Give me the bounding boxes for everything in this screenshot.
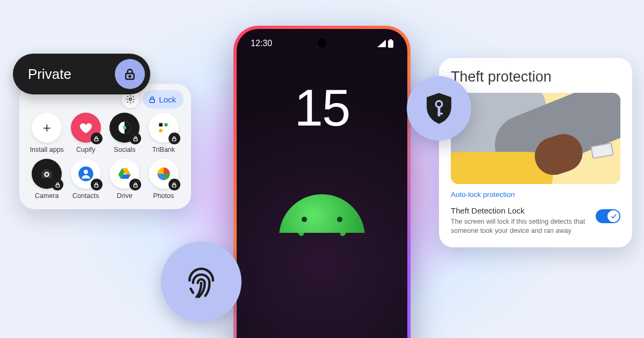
- status-bar: 12:30: [237, 39, 407, 48]
- phone-screen: 12:30 15: [237, 29, 407, 338]
- app-tribank[interactable]: TriBank: [146, 113, 182, 153]
- theft-detection-lock-row: Theft Detection Lock The screen will loc…: [451, 206, 620, 236]
- app-cupify[interactable]: Cupify: [68, 113, 104, 153]
- phone-frame: 12:30 15: [233, 26, 411, 338]
- svg-rect-5: [150, 99, 155, 102]
- app-label: Socials: [107, 146, 143, 153]
- app-install-apps[interactable]: + Install apps: [29, 113, 65, 153]
- android-robot-head-icon: [279, 226, 365, 280]
- status-clock: 12:30: [251, 39, 272, 48]
- svg-rect-24: [438, 113, 443, 114]
- svg-rect-20: [134, 185, 137, 187]
- android-version-number: 15: [237, 78, 407, 137]
- svg-rect-13: [173, 138, 176, 141]
- toggle-knob: [608, 210, 619, 222]
- app-contacts[interactable]: Contacts: [68, 159, 104, 200]
- app-label: Camera: [29, 192, 65, 200]
- private-space-card: Lock + Install apps Cupify: [19, 84, 191, 209]
- svg-point-15: [46, 173, 48, 176]
- theft-card-title: Theft protection: [451, 69, 620, 85]
- svg-rect-1: [390, 39, 392, 41]
- status-right-cluster: [377, 39, 393, 48]
- lock-icon: [123, 67, 137, 81]
- private-space-group: Private Lock + Install apps: [19, 54, 202, 209]
- private-badge-icon: [129, 179, 141, 190]
- svg-point-18: [84, 170, 88, 174]
- signal-icon: [377, 40, 386, 47]
- app-photos[interactable]: Photos: [146, 159, 182, 200]
- theft-illustration: [451, 93, 620, 184]
- private-badge-icon: [52, 179, 63, 190]
- auto-lock-protection-link[interactable]: Auto-lock protection: [451, 190, 620, 199]
- shield-bubble: [407, 76, 471, 141]
- shield-key-icon: [424, 92, 454, 125]
- app-socials[interactable]: Socials: [107, 113, 143, 153]
- svg-rect-16: [56, 185, 59, 187]
- app-label: Install apps: [29, 146, 65, 153]
- private-pill-lock-badge: [115, 59, 145, 89]
- svg-rect-9: [134, 138, 137, 141]
- svg-point-4: [129, 98, 132, 101]
- app-label: Contacts: [68, 192, 104, 200]
- private-badge-icon: [91, 179, 103, 190]
- svg-rect-10: [159, 123, 163, 127]
- app-label: Drive: [107, 192, 143, 200]
- private-pill-label: Private: [28, 66, 71, 83]
- app-label: TriBank: [146, 146, 182, 153]
- private-badge-icon: [169, 133, 180, 144]
- app-label: Photos: [146, 192, 182, 200]
- battery-icon: [388, 39, 393, 48]
- lock-chip-label: Lock: [159, 95, 176, 104]
- svg-point-11: [164, 123, 168, 127]
- private-badge-icon: [169, 179, 180, 190]
- tdl-description: The screen will lock if this setting det…: [451, 217, 588, 236]
- lock-icon: [148, 95, 156, 104]
- private-lock-chip[interactable]: Lock: [143, 90, 184, 108]
- svg-rect-21: [173, 185, 176, 187]
- fingerprint-icon: [182, 263, 220, 300]
- svg-point-8: [123, 126, 126, 129]
- check-icon: [610, 213, 617, 220]
- svg-rect-23: [438, 107, 441, 116]
- gear-icon: [126, 94, 135, 104]
- app-drive[interactable]: Drive: [107, 159, 143, 200]
- svg-point-3: [129, 76, 131, 77]
- private-pill[interactable]: Private: [13, 54, 150, 94]
- tdl-title: Theft Detection Lock: [451, 206, 588, 215]
- app-label: Cupify: [68, 146, 104, 153]
- svg-rect-0: [388, 40, 393, 48]
- plus-icon: +: [32, 113, 62, 143]
- fingerprint-bubble: [161, 241, 241, 322]
- theft-protection-card: Theft protection Auto-lock protection Th…: [439, 58, 632, 247]
- private-badge-icon: [91, 133, 103, 144]
- svg-rect-12: [159, 129, 163, 133]
- svg-rect-6: [95, 138, 98, 141]
- app-camera[interactable]: Camera: [29, 159, 65, 200]
- private-app-grid: + Install apps Cupify: [29, 113, 181, 200]
- tdl-toggle[interactable]: [596, 209, 620, 223]
- svg-rect-19: [95, 185, 98, 187]
- private-badge-icon: [129, 133, 141, 144]
